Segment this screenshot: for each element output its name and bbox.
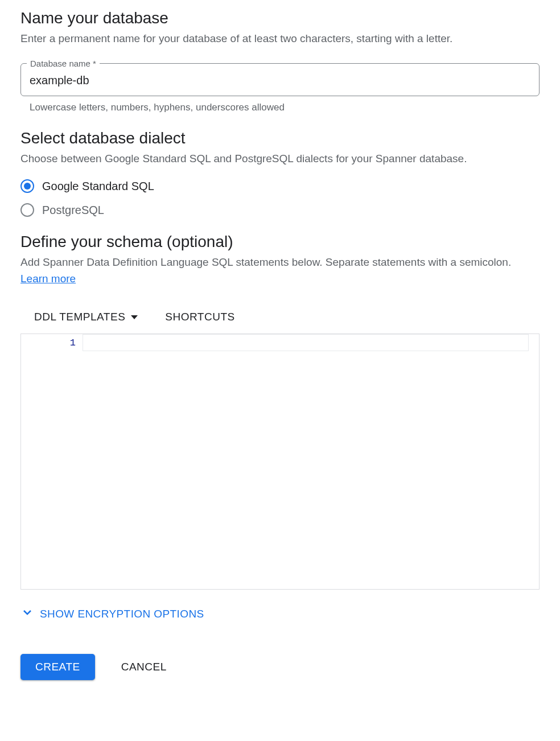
ddl-templates-dropdown[interactable]: DDL TEMPLATES	[32, 306, 140, 328]
database-name-outlined-field: Database name *	[20, 63, 540, 96]
database-name-input[interactable]	[20, 63, 540, 96]
shortcuts-button[interactable]: SHORTCUTS	[163, 306, 237, 328]
database-name-field-wrapper: Database name *	[20, 63, 540, 96]
show-encryption-options-toggle[interactable]: SHOW ENCRYPTION OPTIONS	[20, 601, 204, 627]
line-number: 1	[21, 337, 76, 348]
learn-more-link[interactable]: Learn more	[20, 273, 76, 285]
schema-section-description: Add Spanner Data Definition Language SQL…	[20, 254, 540, 287]
create-button[interactable]: CREATE	[20, 654, 95, 680]
dialect-radio-group: Google Standard SQL PostgreSQL	[20, 179, 540, 217]
radio-unselected-icon	[20, 203, 34, 217]
dialect-option-label: PostgreSQL	[42, 204, 104, 217]
editor-toolbar: DDL TEMPLATES SHORTCUTS	[20, 303, 540, 334]
schema-section-title: Define your schema (optional)	[20, 233, 540, 251]
ddl-templates-label: DDL TEMPLATES	[34, 311, 125, 323]
name-database-section: Name your database Enter a permanent nam…	[20, 9, 540, 113]
dialect-option-label: Google Standard SQL	[42, 180, 154, 193]
dialect-section-title: Select database dialect	[20, 129, 540, 147]
ddl-code-editor[interactable]: 1	[20, 334, 540, 590]
editor-gutter: 1	[21, 334, 83, 589]
dialect-section: Select database dialect Choose between G…	[20, 129, 540, 217]
schema-desc-text: Add Spanner Data Definition Language SQL…	[20, 256, 511, 268]
name-section-title: Name your database	[20, 9, 540, 27]
dialect-option-google-standard-sql[interactable]: Google Standard SQL	[20, 179, 540, 193]
name-section-description: Enter a permanent name for your database…	[20, 31, 540, 47]
dialect-section-description: Choose between Google Standard SQL and P…	[20, 151, 540, 167]
editor-section: DDL TEMPLATES SHORTCUTS 1	[20, 303, 540, 590]
dialect-option-postgresql[interactable]: PostgreSQL	[20, 203, 540, 217]
schema-section: Define your schema (optional) Add Spanne…	[20, 233, 540, 627]
caret-down-icon	[131, 315, 138, 319]
show-encryption-options-label: SHOW ENCRYPTION OPTIONS	[40, 608, 204, 620]
cancel-button[interactable]: CANCEL	[119, 654, 169, 680]
database-name-helper: Lowercase letters, numbers, hyphens, und…	[20, 102, 540, 113]
shortcuts-label: SHORTCUTS	[165, 311, 234, 323]
ddl-textarea[interactable]	[83, 334, 539, 589]
chevron-down-icon	[20, 606, 34, 622]
form-button-row: CREATE CANCEL	[20, 654, 540, 680]
radio-selected-icon	[20, 179, 34, 193]
editor-body	[83, 334, 539, 589]
